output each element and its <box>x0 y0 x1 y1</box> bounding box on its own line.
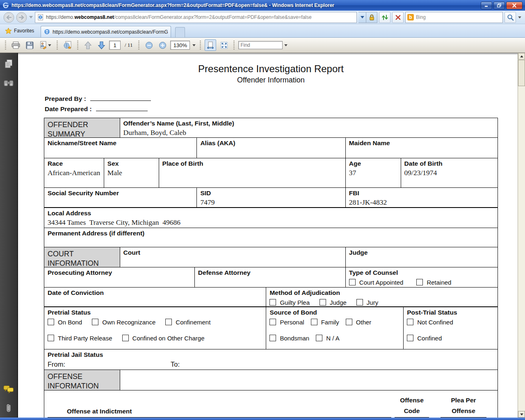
find-input[interactable] <box>238 41 283 49</box>
star-icon <box>5 27 12 34</box>
scrollbar-track[interactable] <box>518 86 525 411</box>
row-pretrial-jail-status: Pretrial Jail Status From:To: <box>44 349 498 370</box>
search-panel-button[interactable] <box>2 77 15 89</box>
toolbar-grip <box>233 41 235 50</box>
zoom-dropdown[interactable] <box>192 44 196 46</box>
scrolling-mode-button[interactable] <box>205 39 216 51</box>
close-button[interactable] <box>506 2 523 9</box>
pdf-document-area[interactable]: Presentence Investigation Report Offende… <box>18 53 518 418</box>
minimize-button[interactable] <box>481 2 492 9</box>
offense-section-blank <box>120 370 498 390</box>
find-dropdown[interactable] <box>284 44 288 46</box>
favorites-button[interactable]: Favorites <box>2 26 37 36</box>
padlock-icon <box>369 14 375 21</box>
url-prefix: https://demo. <box>46 14 74 20</box>
zoom-out-button[interactable] <box>143 39 155 51</box>
forward-button[interactable] <box>16 12 27 23</box>
minus-circle-icon <box>145 41 153 49</box>
chevron-down-icon <box>518 16 521 18</box>
collaborate-button[interactable] <box>37 39 53 51</box>
field-nickname: Nickname/Street Name <box>44 138 197 158</box>
zoom-level-input[interactable]: 130% <box>170 41 190 50</box>
to-label: To: <box>171 361 180 368</box>
field-type-of-counsel: Type of Counsel Court Appointed Retained <box>346 267 498 287</box>
window-title: https://demo.webcompas8.net/compas8clean… <box>11 2 478 8</box>
checkbox-third-party-release <box>48 335 54 341</box>
comments-panel-button[interactable] <box>2 383 15 395</box>
date-prepared-blank <box>96 106 148 111</box>
chevron-down-icon <box>361 16 364 18</box>
row-conviction-adjudication: Date of Conviction Method of Adjudicatio… <box>44 288 498 307</box>
save-button[interactable] <box>24 39 35 51</box>
field-fbi: FBI281-JK-4832 <box>346 188 498 207</box>
arrow-up-icon <box>84 41 92 50</box>
row-permanent-address: Permanent Address (if different) <box>44 228 498 247</box>
attachments-panel-button[interactable] <box>2 402 15 414</box>
print-button[interactable] <box>10 39 22 51</box>
page-ie-icon <box>37 14 44 21</box>
vertical-scrollbar[interactable] <box>518 53 525 418</box>
back-arrow-icon <box>3 12 14 23</box>
checkbox-on-bond <box>48 319 54 325</box>
checkbox-guilty-plea <box>269 299 276 306</box>
scroll-down-button[interactable] <box>518 411 525 418</box>
row-status-bond: Pretrial Status On Bond Own Recognizance… <box>44 307 498 349</box>
pdf-navigation-sidebar <box>0 53 18 418</box>
address-url: https://demo.webcompas8.net/compas8clean… <box>46 14 356 20</box>
section-offense-information: OFFENSE INFORMATION <box>44 370 120 390</box>
toolbar-grip <box>138 41 139 50</box>
browser-window: https://demo.webcompas8.net/compas8clean… <box>0 0 525 420</box>
field-alias: Alias (AKA) <box>197 138 345 158</box>
field-judge: Judge <box>346 247 498 267</box>
scroll-up-button[interactable] <box>518 53 525 59</box>
ie-page-icon <box>44 29 50 35</box>
search-input[interactable]: b Bing <box>405 12 503 23</box>
printer-icon <box>11 41 20 49</box>
prepared-by-line: Prepared By : <box>45 95 498 103</box>
row-offense-list: Offense at Indictment Offense Code Plea … <box>44 390 498 418</box>
recent-pages-dropdown[interactable] <box>29 16 33 18</box>
row-offender-summary: OFFENDER SUMMARY Offender’s Name (Last, … <box>44 118 498 138</box>
fit-arrows-icon <box>220 41 228 49</box>
checkbox-confined-other-charge <box>122 335 129 341</box>
security-lock-button[interactable] <box>366 12 377 23</box>
stop-button[interactable] <box>392 12 404 23</box>
checkbox-retained <box>416 279 423 285</box>
field-date-of-birth: Date of Birth09/23/1974 <box>401 158 498 187</box>
url-path: /compas8clean/FormGenerator.aspx?form=2&… <box>114 14 312 20</box>
previous-page-button[interactable] <box>82 39 94 51</box>
next-page-button[interactable] <box>96 39 107 51</box>
new-tab-stub[interactable] <box>175 27 185 37</box>
zoom-in-button[interactable] <box>157 39 168 51</box>
back-button[interactable] <box>3 12 14 23</box>
titlebar[interactable]: https://demo.webcompas8.net/compas8clean… <box>0 0 525 11</box>
row-race-sex-birth: RaceAfrican-American SexMale Place of Bi… <box>44 158 498 188</box>
report-subtitle: Offender Information <box>44 76 498 84</box>
report-title: Presentence Investigation Report <box>44 63 498 75</box>
address-input[interactable]: https://demo.webcompas8.net/compas8clean… <box>35 12 357 23</box>
tab-active[interactable]: https://demo.webcompas8.net/compas8clean… <box>41 26 171 37</box>
search-placeholder: Bing <box>416 14 426 20</box>
page-number-input[interactable]: 1 <box>109 41 121 50</box>
scrollbar-thumb[interactable] <box>518 60 525 86</box>
globe-document-icon <box>63 41 72 50</box>
fit-page-button[interactable] <box>218 39 230 51</box>
page-scroll-icon <box>207 41 214 49</box>
refresh-button[interactable] <box>379 12 390 23</box>
checkbox-personal <box>269 319 276 325</box>
field-date-of-conviction: Date of Conviction <box>44 288 266 306</box>
restore-button[interactable] <box>493 2 505 9</box>
share-review-button[interactable] <box>62 39 73 51</box>
page-number-value: 1 <box>113 42 116 48</box>
address-bar: https://demo.webcompas8.net/compas8clean… <box>0 11 525 24</box>
address-dropdown-button[interactable] <box>358 12 366 23</box>
search-options-dropdown[interactable] <box>518 16 522 18</box>
pages-icon <box>4 59 13 69</box>
plea-per-offense-header: Plea Per Offense <box>441 395 486 418</box>
offense-at-indictment-header: Offense at Indictment <box>48 407 391 418</box>
pages-panel-button[interactable] <box>2 58 15 70</box>
chevron-down-icon <box>29 16 33 18</box>
row-nickname-alias-maiden: Nickname/Street Name Alias (AKA) Maiden … <box>44 138 498 158</box>
search-go-button[interactable] <box>504 12 516 23</box>
row-ssn-sid-fbi: Social Security Number SID7479 FBI281-JK… <box>44 188 498 208</box>
